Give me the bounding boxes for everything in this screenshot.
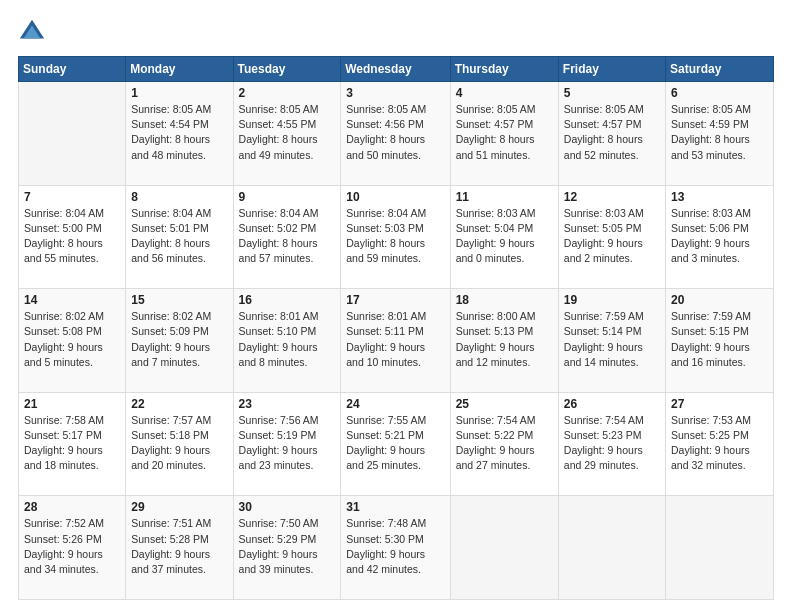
day-info: Sunrise: 7:54 AM Sunset: 5:23 PM Dayligh… [564, 413, 660, 474]
day-info: Sunrise: 8:03 AM Sunset: 5:04 PM Dayligh… [456, 206, 553, 267]
day-info: Sunrise: 7:48 AM Sunset: 5:30 PM Dayligh… [346, 516, 444, 577]
calendar-cell: 5Sunrise: 8:05 AM Sunset: 4:57 PM Daylig… [558, 82, 665, 186]
calendar-table: SundayMondayTuesdayWednesdayThursdayFrid… [18, 56, 774, 600]
day-info: Sunrise: 7:58 AM Sunset: 5:17 PM Dayligh… [24, 413, 120, 474]
calendar-cell [19, 82, 126, 186]
day-number: 31 [346, 500, 444, 514]
weekday-header: Tuesday [233, 57, 341, 82]
day-info: Sunrise: 7:50 AM Sunset: 5:29 PM Dayligh… [239, 516, 336, 577]
day-number: 24 [346, 397, 444, 411]
day-number: 23 [239, 397, 336, 411]
day-info: Sunrise: 8:05 AM Sunset: 4:59 PM Dayligh… [671, 102, 768, 163]
calendar-week-row: 21Sunrise: 7:58 AM Sunset: 5:17 PM Dayli… [19, 392, 774, 496]
weekday-header: Friday [558, 57, 665, 82]
weekday-header: Saturday [666, 57, 774, 82]
day-number: 29 [131, 500, 227, 514]
day-info: Sunrise: 7:51 AM Sunset: 5:28 PM Dayligh… [131, 516, 227, 577]
day-info: Sunrise: 8:05 AM Sunset: 4:54 PM Dayligh… [131, 102, 227, 163]
calendar-cell: 25Sunrise: 7:54 AM Sunset: 5:22 PM Dayli… [450, 392, 558, 496]
day-number: 20 [671, 293, 768, 307]
calendar-cell: 16Sunrise: 8:01 AM Sunset: 5:10 PM Dayli… [233, 289, 341, 393]
day-number: 1 [131, 86, 227, 100]
calendar-cell: 2Sunrise: 8:05 AM Sunset: 4:55 PM Daylig… [233, 82, 341, 186]
day-number: 21 [24, 397, 120, 411]
calendar-cell: 6Sunrise: 8:05 AM Sunset: 4:59 PM Daylig… [666, 82, 774, 186]
day-info: Sunrise: 8:00 AM Sunset: 5:13 PM Dayligh… [456, 309, 553, 370]
day-number: 11 [456, 190, 553, 204]
day-number: 15 [131, 293, 227, 307]
day-info: Sunrise: 7:59 AM Sunset: 5:14 PM Dayligh… [564, 309, 660, 370]
day-info: Sunrise: 7:52 AM Sunset: 5:26 PM Dayligh… [24, 516, 120, 577]
day-info: Sunrise: 8:05 AM Sunset: 4:56 PM Dayligh… [346, 102, 444, 163]
weekday-header: Wednesday [341, 57, 450, 82]
calendar-cell [666, 496, 774, 600]
calendar-cell: 10Sunrise: 8:04 AM Sunset: 5:03 PM Dayli… [341, 185, 450, 289]
calendar-cell: 27Sunrise: 7:53 AM Sunset: 5:25 PM Dayli… [666, 392, 774, 496]
day-info: Sunrise: 7:59 AM Sunset: 5:15 PM Dayligh… [671, 309, 768, 370]
day-number: 19 [564, 293, 660, 307]
calendar-cell: 24Sunrise: 7:55 AM Sunset: 5:21 PM Dayli… [341, 392, 450, 496]
day-info: Sunrise: 8:02 AM Sunset: 5:08 PM Dayligh… [24, 309, 120, 370]
day-number: 12 [564, 190, 660, 204]
weekday-header: Sunday [19, 57, 126, 82]
day-number: 8 [131, 190, 227, 204]
day-info: Sunrise: 8:05 AM Sunset: 4:57 PM Dayligh… [456, 102, 553, 163]
day-info: Sunrise: 7:55 AM Sunset: 5:21 PM Dayligh… [346, 413, 444, 474]
day-number: 16 [239, 293, 336, 307]
calendar-cell: 30Sunrise: 7:50 AM Sunset: 5:29 PM Dayli… [233, 496, 341, 600]
logo [18, 18, 50, 46]
day-info: Sunrise: 8:02 AM Sunset: 5:09 PM Dayligh… [131, 309, 227, 370]
calendar-cell: 15Sunrise: 8:02 AM Sunset: 5:09 PM Dayli… [126, 289, 233, 393]
day-info: Sunrise: 8:01 AM Sunset: 5:11 PM Dayligh… [346, 309, 444, 370]
day-number: 17 [346, 293, 444, 307]
day-number: 18 [456, 293, 553, 307]
calendar-cell: 3Sunrise: 8:05 AM Sunset: 4:56 PM Daylig… [341, 82, 450, 186]
day-number: 30 [239, 500, 336, 514]
day-info: Sunrise: 8:03 AM Sunset: 5:05 PM Dayligh… [564, 206, 660, 267]
day-info: Sunrise: 7:56 AM Sunset: 5:19 PM Dayligh… [239, 413, 336, 474]
day-number: 28 [24, 500, 120, 514]
day-info: Sunrise: 8:04 AM Sunset: 5:00 PM Dayligh… [24, 206, 120, 267]
calendar-cell: 20Sunrise: 7:59 AM Sunset: 5:15 PM Dayli… [666, 289, 774, 393]
calendar-cell: 14Sunrise: 8:02 AM Sunset: 5:08 PM Dayli… [19, 289, 126, 393]
day-number: 22 [131, 397, 227, 411]
calendar-cell: 17Sunrise: 8:01 AM Sunset: 5:11 PM Dayli… [341, 289, 450, 393]
day-number: 27 [671, 397, 768, 411]
calendar-cell: 13Sunrise: 8:03 AM Sunset: 5:06 PM Dayli… [666, 185, 774, 289]
weekday-header: Monday [126, 57, 233, 82]
day-number: 25 [456, 397, 553, 411]
day-number: 2 [239, 86, 336, 100]
calendar-cell: 4Sunrise: 8:05 AM Sunset: 4:57 PM Daylig… [450, 82, 558, 186]
calendar-week-row: 7Sunrise: 8:04 AM Sunset: 5:00 PM Daylig… [19, 185, 774, 289]
calendar-cell: 31Sunrise: 7:48 AM Sunset: 5:30 PM Dayli… [341, 496, 450, 600]
calendar-cell: 23Sunrise: 7:56 AM Sunset: 5:19 PM Dayli… [233, 392, 341, 496]
calendar-cell: 21Sunrise: 7:58 AM Sunset: 5:17 PM Dayli… [19, 392, 126, 496]
day-number: 9 [239, 190, 336, 204]
calendar-cell: 8Sunrise: 8:04 AM Sunset: 5:01 PM Daylig… [126, 185, 233, 289]
calendar-week-row: 28Sunrise: 7:52 AM Sunset: 5:26 PM Dayli… [19, 496, 774, 600]
day-info: Sunrise: 8:01 AM Sunset: 5:10 PM Dayligh… [239, 309, 336, 370]
day-number: 7 [24, 190, 120, 204]
calendar-cell: 22Sunrise: 7:57 AM Sunset: 5:18 PM Dayli… [126, 392, 233, 496]
day-number: 14 [24, 293, 120, 307]
calendar-cell: 11Sunrise: 8:03 AM Sunset: 5:04 PM Dayli… [450, 185, 558, 289]
calendar-cell: 1Sunrise: 8:05 AM Sunset: 4:54 PM Daylig… [126, 82, 233, 186]
day-info: Sunrise: 8:04 AM Sunset: 5:02 PM Dayligh… [239, 206, 336, 267]
calendar-week-row: 14Sunrise: 8:02 AM Sunset: 5:08 PM Dayli… [19, 289, 774, 393]
calendar-cell: 18Sunrise: 8:00 AM Sunset: 5:13 PM Dayli… [450, 289, 558, 393]
weekday-row: SundayMondayTuesdayWednesdayThursdayFrid… [19, 57, 774, 82]
logo-icon [18, 18, 46, 46]
day-info: Sunrise: 8:05 AM Sunset: 4:55 PM Dayligh… [239, 102, 336, 163]
header [18, 18, 774, 46]
calendar-week-row: 1Sunrise: 8:05 AM Sunset: 4:54 PM Daylig… [19, 82, 774, 186]
calendar-cell: 29Sunrise: 7:51 AM Sunset: 5:28 PM Dayli… [126, 496, 233, 600]
day-number: 3 [346, 86, 444, 100]
day-info: Sunrise: 8:03 AM Sunset: 5:06 PM Dayligh… [671, 206, 768, 267]
day-number: 4 [456, 86, 553, 100]
calendar-cell: 26Sunrise: 7:54 AM Sunset: 5:23 PM Dayli… [558, 392, 665, 496]
calendar-cell: 12Sunrise: 8:03 AM Sunset: 5:05 PM Dayli… [558, 185, 665, 289]
day-info: Sunrise: 7:57 AM Sunset: 5:18 PM Dayligh… [131, 413, 227, 474]
calendar-cell: 7Sunrise: 8:04 AM Sunset: 5:00 PM Daylig… [19, 185, 126, 289]
calendar-cell: 28Sunrise: 7:52 AM Sunset: 5:26 PM Dayli… [19, 496, 126, 600]
day-number: 6 [671, 86, 768, 100]
